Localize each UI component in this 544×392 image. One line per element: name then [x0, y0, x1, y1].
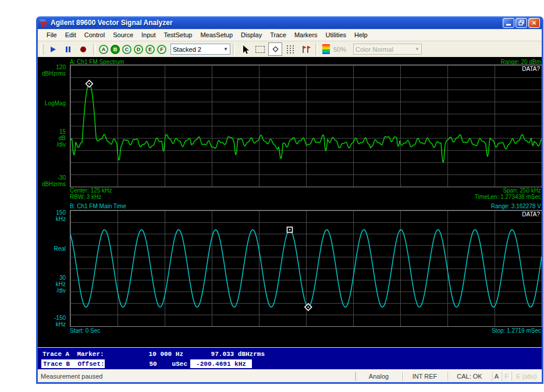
toolbar-separator	[233, 44, 235, 55]
trace-a-center: Center: 125 kHz	[70, 187, 112, 194]
pointer-icon	[241, 45, 250, 54]
menu-file[interactable]: File	[42, 30, 61, 40]
toolbar-separator	[315, 44, 318, 55]
trace-b-per-div-unit2: /div	[36, 287, 66, 294]
trace-d-button[interactable]: D	[134, 45, 143, 54]
diamond-marker-icon	[272, 45, 279, 53]
app-icon: VSA	[40, 19, 48, 27]
trace-e-button[interactable]: E	[145, 45, 155, 54]
marker-tool-button[interactable]	[268, 42, 282, 56]
trace-b-offset-value: 50	[105, 361, 172, 368]
chevron-down-icon: ▼	[411, 47, 419, 52]
trace-a-per-div-unit2: /div	[36, 141, 66, 148]
offset-markers-tool-button[interactable]	[298, 42, 312, 56]
trace-a-marker-label: Trace A Marker:	[42, 351, 104, 358]
trace-a-per-div: 15	[36, 129, 66, 135]
trace-b-title: B: Ch1 FM Main Time	[70, 203, 126, 209]
trace-f-button[interactable]: F	[157, 45, 166, 54]
trace-b-plot	[70, 211, 542, 326]
status-flag-f: F	[502, 372, 511, 381]
trace-a-footer-2: RBW: 3 kHz TimeLen: 1.273438 mSec	[70, 194, 541, 200]
menu-testsetup[interactable]: TestSetup	[160, 30, 197, 40]
menu-meassetup[interactable]: MeasSetup	[196, 30, 237, 40]
title-bar[interactable]: VSA Agilent 89600 Vector Signal Analyzer…	[38, 16, 542, 29]
trace-a-rbw: RBW: 3 kHz	[70, 194, 101, 200]
restore-icon	[518, 20, 524, 26]
palette-percent-label: 50%	[333, 46, 346, 53]
trace-a-y-top-unit: dBHzrms	[36, 70, 66, 77]
trace-a-marker-x: 10 000 Hz	[108, 351, 183, 358]
spectrum-marker-diamond[interactable]	[86, 80, 93, 87]
trace-b-range: Range: 3.162278 V	[491, 203, 541, 209]
selection-rect-icon	[255, 46, 265, 53]
record-button[interactable]	[76, 42, 90, 56]
chevron-down-icon: ▼	[220, 47, 228, 52]
time-marker-square[interactable]	[287, 227, 293, 233]
menu-source[interactable]: Source	[109, 30, 137, 40]
trace-a-y-top: 120	[36, 64, 66, 70]
marker-flags-icon	[301, 45, 311, 54]
trace-b-offset-input[interactable]: 50 uSec	[105, 359, 190, 368]
trace-a-marker-row: Trace A Marker: 10 000 Hz 97.033 dBHzrms	[38, 351, 542, 359]
trace-a-per-div-unit: dB	[36, 135, 66, 141]
trace-a-y-bottom-unit: dBHzrms	[36, 181, 66, 187]
run-button[interactable]	[46, 42, 60, 56]
minimize-icon	[506, 24, 511, 26]
toolbar: A B C D E F Stacked 2 ▼	[38, 41, 542, 58]
menu-edit[interactable]: Edit	[61, 30, 80, 40]
trace-b-data-status: DATA?	[522, 211, 540, 218]
trace-b-offset-unit: uSec	[172, 361, 190, 368]
close-icon: ✕	[532, 20, 536, 26]
trace-b-offset-label: Trace B Offset:	[41, 361, 105, 368]
trace-b-format: Real	[36, 245, 66, 252]
menu-utilities[interactable]: Utilities	[322, 30, 350, 40]
minimize-button[interactable]	[503, 18, 514, 28]
band-lines-icon	[286, 45, 295, 54]
status-input-mode: Analog	[355, 372, 402, 381]
band-markers-tool-button[interactable]	[283, 42, 297, 56]
trace-a-y-labels: 120 dBHzrms LogMag 15 dB /div -30 dBHzrm…	[38, 65, 67, 186]
pause-icon	[66, 47, 70, 52]
trace-a-grid[interactable]: DATA?	[70, 65, 542, 187]
trace-b-y-labels: 150 kHz Real 30 kHz /div -150 kHz	[38, 210, 67, 326]
trace-b-per-div-unit: kHz	[36, 281, 66, 287]
status-flag-e-abs: E (abs)	[511, 372, 542, 381]
trace-a-data-status: DATA?	[522, 66, 540, 72]
trace-a-marker-y: 97.033 dBHzrms	[186, 351, 265, 358]
time-trace	[70, 230, 542, 307]
svg-text:VSA: VSA	[40, 19, 46, 22]
close-button[interactable]: ✕	[528, 18, 540, 28]
trace-a-y-bottom: -30	[36, 174, 66, 181]
pointer-tool-button[interactable]	[238, 42, 252, 56]
menu-trace[interactable]: Trace	[266, 30, 290, 40]
trace-b-footer: Start: 0 Sec Stop: 1.2719 mSec	[70, 327, 541, 334]
menu-markers[interactable]: Markers	[290, 30, 322, 40]
menu-display[interactable]: Display	[237, 30, 266, 40]
desktop: VSA Agilent 89600 Vector Signal Analyzer…	[0, 0, 544, 392]
menu-input[interactable]: Input	[137, 30, 159, 40]
app-window: VSA Agilent 89600 Vector Signal Analyzer…	[36, 16, 543, 384]
trace-b-y-bottom-unit: kHz	[36, 321, 66, 327]
trace-c-button[interactable]: C	[122, 45, 131, 54]
trace-b-offset-y: -200.4691 kHz	[190, 361, 252, 368]
layout-selector-value: Stacked 2	[173, 46, 201, 53]
toolbar-grip	[41, 44, 44, 55]
spectrogram-palette-icon	[322, 44, 330, 54]
record-icon	[80, 47, 86, 52]
trace-a-span: Span: 250 kHz	[503, 187, 541, 194]
status-message: Measurement paused	[38, 372, 355, 381]
menu-help[interactable]: Help	[350, 30, 372, 40]
trace-b-per-div: 30	[36, 275, 66, 281]
pause-button[interactable]	[61, 42, 75, 56]
trace-b-y-bottom: -150	[36, 315, 66, 321]
trace-b-grid[interactable]: DATA?	[70, 210, 542, 327]
trace-b-button[interactable]: B	[111, 45, 120, 54]
trace-a-button[interactable]: A	[99, 45, 108, 54]
color-mode-selector[interactable]: Color Normal ▼	[353, 44, 422, 55]
zoom-select-tool-button[interactable]	[253, 42, 267, 56]
measurement-display: A: Ch1 FM Spectrum Range: 20 dBm 120 dBH…	[38, 57, 542, 347]
menu-control[interactable]: Control	[80, 30, 109, 40]
spectrum-trace	[70, 84, 542, 162]
restore-button[interactable]	[515, 18, 527, 28]
layout-selector[interactable]: Stacked 2 ▼	[170, 44, 230, 55]
